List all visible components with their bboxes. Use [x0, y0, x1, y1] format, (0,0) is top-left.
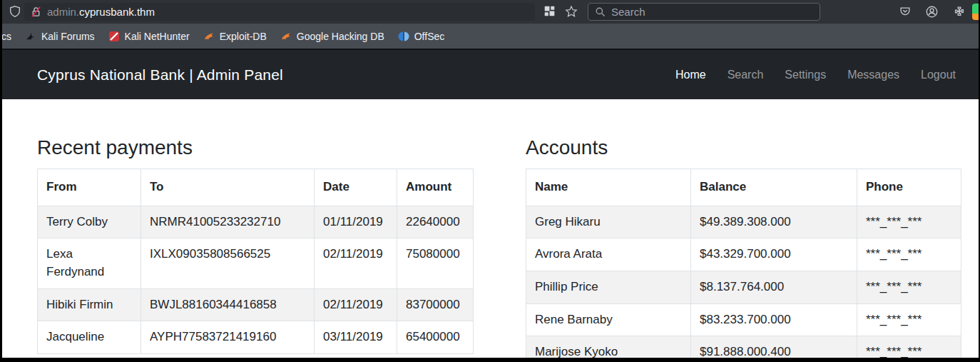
- accounts-table: NameBalancePhone Greg Hikaru$49.389.308.…: [526, 169, 961, 362]
- payments-cell: 02/11/2019: [315, 238, 397, 288]
- payments-cell: Lexa Ferdynand: [38, 238, 141, 288]
- payments-table: FromToDateAmount Terry ColbyNRMR41005233…: [37, 169, 474, 354]
- kali-dragon-icon: [25, 31, 36, 42]
- bookmark-label: Kali NetHunter: [125, 31, 190, 42]
- payments-row: Hibiki FirminBWJL8816034441685802/11/201…: [38, 288, 474, 321]
- accounts-cell: ***_***_***: [857, 271, 961, 303]
- accounts-cell: ***_***_***: [857, 238, 961, 271]
- payments-cell: 22640000: [397, 206, 474, 238]
- accounts-column-header: Phone: [857, 169, 961, 206]
- pocket-icon[interactable]: [899, 5, 912, 18]
- payments-cell: Hibiki Firmin: [38, 288, 141, 321]
- search-placeholder: Search: [611, 6, 645, 18]
- payments-cell: IXLX09035808566525: [141, 238, 315, 288]
- window-edge-bottom: [0, 358, 980, 362]
- site-nav: Home Search Settings Messages Logout: [675, 69, 956, 81]
- nav-link-settings[interactable]: Settings: [785, 69, 826, 81]
- accounts-cell: $8.137.764.000: [691, 271, 857, 303]
- recent-payments-title: Recent payments: [37, 136, 474, 159]
- tracking-protection-shield-icon[interactable]: [9, 5, 21, 18]
- accounts-row: Greg Hikaru$49.389.308.000***_***_***: [526, 206, 961, 238]
- payments-column-header: Amount: [397, 169, 474, 206]
- accounts-cell: $83.233.700.000: [691, 303, 857, 336]
- accounts-row: Avrora Arata$43.329.700.000***_***_***: [526, 238, 961, 271]
- nav-link-messages[interactable]: Messages: [847, 69, 899, 81]
- payments-cell: BWJL88160344416858: [141, 288, 315, 321]
- page-content: Recent payments FromToDateAmount Terry C…: [0, 99, 980, 362]
- accounts-cell: Greg Hikaru: [526, 206, 691, 238]
- recent-payments-section: Recent payments FromToDateAmount Terry C…: [37, 99, 474, 354]
- bookmark-item-google-hacking-db[interactable]: Google Hacking DB: [280, 31, 384, 42]
- kali-nethunter-icon: [108, 31, 120, 42]
- payments-cell: Terry Colby: [38, 206, 141, 238]
- bookmark-item-offsec[interactable]: OffSec: [398, 31, 445, 42]
- payments-column-header: To: [141, 169, 315, 206]
- payments-cell: 03/11/2019: [315, 321, 397, 354]
- payments-header-row: FromToDateAmount: [38, 169, 474, 206]
- url-domain: cyprusbank.thm: [79, 6, 155, 18]
- bookmark-label: OffSec: [414, 31, 445, 42]
- payments-row: Terry ColbyNRMR4100523323271001/11/20192…: [38, 206, 474, 238]
- accounts-header-row: NameBalancePhone: [526, 169, 961, 206]
- payments-cell: 65400000: [397, 321, 474, 354]
- bookmark-item-exploit-db[interactable]: Exploit-DB: [203, 31, 267, 42]
- payments-column-header: From: [38, 169, 141, 206]
- payments-cell: 02/11/2019: [315, 288, 397, 321]
- accounts-cell: $49.389.308.000: [691, 206, 857, 238]
- accounts-cell: Rene Barnaby: [526, 303, 691, 336]
- payments-cell: 83700000: [397, 288, 474, 321]
- accounts-cell: $43.329.700.000: [691, 238, 857, 271]
- accounts-title: Accounts: [526, 136, 961, 159]
- payments-cell: 01/11/2019: [315, 206, 397, 238]
- accounts-column-header: Balance: [691, 169, 857, 206]
- nav-link-home[interactable]: Home: [675, 69, 706, 81]
- offsec-icon: [398, 31, 409, 42]
- accounts-row: Phillip Price$8.137.764.000***_***_***: [526, 271, 961, 303]
- accounts-column-header: Name: [526, 169, 691, 206]
- payments-cell: Jacqueline: [38, 321, 141, 354]
- bookmarks-toolbar: Docs Kali Forums Kali NetHunter Exploit-…: [0, 24, 980, 49]
- browser-search-bar[interactable]: Search: [588, 3, 820, 21]
- window-edge-left: [0, 0, 2, 362]
- nav-link-logout[interactable]: Logout: [921, 69, 956, 81]
- account-icon[interactable]: [925, 5, 939, 19]
- browser-toolbar: admin.cyprusbank.thm Search: [0, 0, 980, 24]
- grid-icon[interactable]: [543, 5, 556, 17]
- accounts-section: Accounts NameBalancePhone Greg Hikaru$49…: [526, 99, 961, 362]
- accounts-row: Rene Barnaby$83.233.700.000***_***_***: [526, 303, 961, 336]
- accounts-cell: ***_***_***: [857, 206, 961, 238]
- site-navbar: Cyprus National Bank | Admin Panel Home …: [0, 50, 980, 99]
- accounts-cell: Phillip Price: [526, 271, 691, 303]
- bookmark-label: Exploit-DB: [220, 31, 267, 42]
- exploit-db-icon: [203, 31, 215, 42]
- payments-cell: AYPH77583721419160: [141, 321, 315, 354]
- url-subdomain: admin.: [47, 6, 79, 18]
- bookmark-star-icon[interactable]: [565, 5, 578, 18]
- site-brand[interactable]: Cyprus National Bank | Admin Panel: [37, 66, 283, 84]
- extensions-puzzle-icon[interactable]: [953, 5, 966, 18]
- nav-link-search[interactable]: Search: [728, 69, 764, 81]
- url-text: admin.cyprusbank.thm: [47, 6, 155, 18]
- accounts-cell: ***_***_***: [857, 303, 961, 336]
- payments-cell: NRMR41005233232710: [141, 206, 315, 238]
- payments-row: Lexa FerdynandIXLX0903580856652502/11/20…: [38, 238, 474, 288]
- bookmark-label: Google Hacking DB: [297, 31, 384, 42]
- accounts-cell: Avrora Arata: [526, 238, 691, 271]
- bookmark-item-kali-nethunter[interactable]: Kali NetHunter: [108, 31, 190, 42]
- insecure-lock-icon[interactable]: [30, 6, 42, 18]
- search-icon: [595, 6, 606, 17]
- payments-row: JacquelineAYPH7758372141916003/11/201965…: [38, 321, 474, 354]
- bookmark-item-kali-forums[interactable]: Kali Forums: [25, 31, 95, 42]
- bookmark-label: Kali Forums: [41, 31, 95, 42]
- google-hacking-db-icon: [280, 31, 292, 42]
- payments-column-header: Date: [315, 169, 397, 206]
- payments-cell: 75080000: [397, 238, 474, 288]
- url-bar[interactable]: admin.cyprusbank.thm: [24, 3, 535, 21]
